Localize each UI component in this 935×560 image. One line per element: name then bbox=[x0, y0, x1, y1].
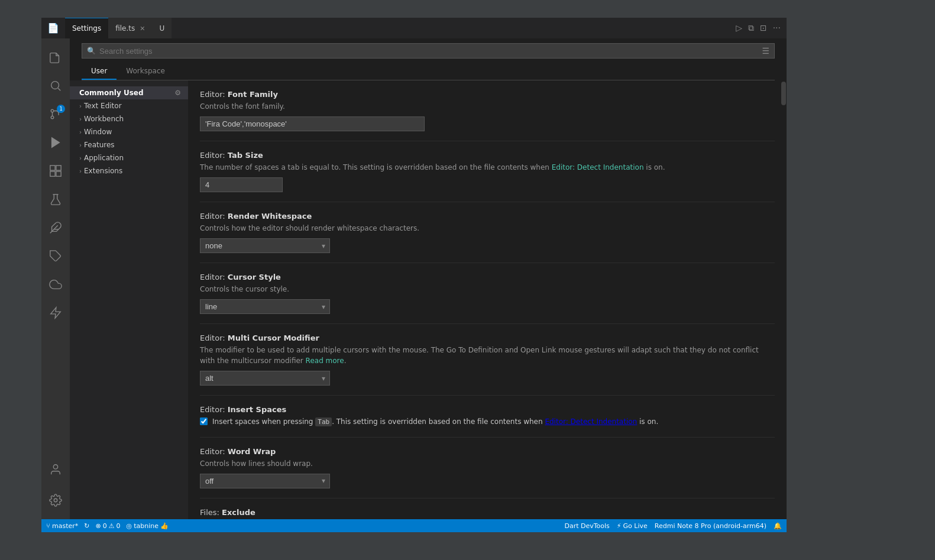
split-editor-icon[interactable]: ⧉ bbox=[748, 23, 754, 33]
font-family-desc: Controls the font family. bbox=[200, 101, 775, 112]
svg-point-16 bbox=[54, 499, 57, 502]
setting-insert-spaces: Editor: Insert Spaces Insert spaces when… bbox=[200, 396, 775, 438]
svg-marker-5 bbox=[52, 138, 60, 148]
detect-indentation-link-1[interactable]: Editor: Detect Indentation bbox=[552, 163, 644, 171]
sidebar-item-text-editor[interactable]: › Text Editor bbox=[70, 99, 188, 112]
device-text: Redmi Note 8 Pro (android-arm64) bbox=[655, 522, 766, 530]
settings-sidebar: Commonly Used ⚙ › Text Editor › Workbenc… bbox=[70, 80, 188, 519]
cursor-style-label: Editor: Cursor Style bbox=[200, 273, 775, 281]
cursor-style-select-wrapper: line block underline bbox=[200, 299, 330, 314]
search-activity-icon[interactable] bbox=[41, 72, 70, 100]
error-icon: ⊗ bbox=[96, 522, 101, 530]
tag-activity-icon[interactable] bbox=[41, 242, 70, 270]
status-bell[interactable]: 🔔 bbox=[774, 522, 782, 530]
font-family-input[interactable] bbox=[200, 116, 425, 131]
scrollbar-thumb[interactable] bbox=[781, 82, 786, 105]
thumbsup-icon: 👍 bbox=[160, 522, 169, 530]
files-exclude-label: Files: Exclude bbox=[200, 508, 775, 517]
word-wrap-select[interactable]: off on wordWrapColumn bounded bbox=[200, 474, 330, 488]
titlebar-actions: ▷ ⧉ ⊡ ··· bbox=[736, 23, 781, 33]
status-bar: ⑂ master* ↻ ⊗ 0 ⚠ 0 ◎ tabnine 👍 Dart Dev… bbox=[41, 519, 787, 532]
cursor-style-select[interactable]: line block underline bbox=[200, 299, 330, 314]
sidebar-item-window[interactable]: › Window bbox=[70, 125, 188, 138]
sidebar-item-commonly-used[interactable]: Commonly Used ⚙ bbox=[70, 86, 188, 99]
settings-header: 🔍 ☰ User Workspace bbox=[70, 38, 787, 80]
status-bar-right: Dart DevTools ⚡ Go Live Redmi Note 8 Pro… bbox=[564, 522, 782, 530]
status-go-live[interactable]: ⚡ Go Live bbox=[617, 522, 648, 530]
tab-u[interactable]: U bbox=[152, 18, 172, 38]
more-actions-icon[interactable]: ··· bbox=[773, 23, 781, 33]
search-bar-icon: 🔍 bbox=[87, 47, 96, 55]
files-activity-icon[interactable] bbox=[41, 43, 70, 72]
multi-cursor-desc: The modifier to be used to add multiple … bbox=[200, 345, 775, 366]
sidebar-item-workbench[interactable]: › Workbench bbox=[70, 112, 188, 125]
scrollbar-track[interactable] bbox=[781, 80, 787, 519]
run-debug-activity-icon[interactable] bbox=[41, 128, 70, 157]
render-whitespace-select-wrapper: none boundary selection trailing all bbox=[200, 238, 330, 253]
status-errors[interactable]: ⊗ 0 ⚠ 0 bbox=[96, 522, 121, 530]
svg-rect-6 bbox=[50, 166, 55, 170]
setting-multi-cursor: Editor: Multi Cursor Modifier The modifi… bbox=[200, 324, 775, 396]
lightning-activity-icon[interactable] bbox=[41, 299, 70, 327]
go-live-icon: ⚡ bbox=[617, 522, 622, 530]
cloud-activity-icon[interactable] bbox=[41, 270, 70, 299]
lab-activity-icon[interactable] bbox=[41, 185, 70, 213]
chevron-icon: › bbox=[79, 142, 82, 148]
svg-rect-9 bbox=[56, 171, 61, 176]
sidebar-item-extensions[interactable]: › Extensions bbox=[70, 164, 188, 177]
sync-icon: ↻ bbox=[84, 522, 89, 530]
search-input[interactable] bbox=[99, 47, 762, 56]
svg-point-0 bbox=[51, 82, 59, 89]
tab-size-label: Editor: Tab Size bbox=[200, 151, 775, 160]
run-icon[interactable]: ▷ bbox=[736, 23, 742, 33]
svg-line-1 bbox=[58, 88, 60, 90]
main-layout: 1 bbox=[41, 38, 787, 519]
files-exclude-desc: Configure glob patterns for excluding fi… bbox=[200, 519, 775, 520]
word-wrap-desc: Controls how lines should wrap. bbox=[200, 458, 775, 469]
titlebar: 📄 Settings file.ts ✕ U ▷ ⧉ ⊡ ··· bbox=[41, 18, 787, 38]
account-activity-icon[interactable] bbox=[41, 455, 70, 484]
tab-close-icon[interactable]: ✕ bbox=[140, 25, 145, 33]
status-git[interactable]: ⑂ master* bbox=[46, 522, 78, 530]
chevron-icon: › bbox=[79, 155, 82, 161]
source-control-activity-icon[interactable]: 1 bbox=[41, 100, 70, 128]
activity-bar: 1 bbox=[41, 38, 70, 519]
multi-cursor-select[interactable]: alt ctrlCmd bbox=[200, 371, 330, 386]
setting-word-wrap: Editor: Word Wrap Controls how lines sho… bbox=[200, 438, 775, 499]
layout-icon[interactable]: ⊡ bbox=[760, 23, 767, 33]
feather-activity-icon[interactable] bbox=[41, 213, 70, 242]
tab-size-input[interactable] bbox=[200, 177, 283, 192]
extensions-activity-icon[interactable] bbox=[41, 157, 70, 185]
git-branch-text: master* bbox=[52, 522, 78, 530]
setting-cursor-style: Editor: Cursor Style Controls the cursor… bbox=[200, 263, 775, 324]
tabnine-text: tabnine bbox=[134, 522, 158, 530]
insert-spaces-label: Editor: Insert Spaces bbox=[200, 405, 775, 414]
word-wrap-label: Editor: Word Wrap bbox=[200, 447, 775, 456]
render-whitespace-label: Editor: Render Whitespace bbox=[200, 212, 775, 221]
sidebar-gear-icon[interactable]: ⚙ bbox=[174, 89, 181, 97]
status-tabnine[interactable]: ◎ tabnine 👍 bbox=[127, 522, 169, 530]
svg-point-4 bbox=[51, 116, 54, 119]
render-whitespace-select[interactable]: none boundary selection trailing all bbox=[200, 238, 330, 253]
tab-file-ts[interactable]: file.ts ✕ bbox=[108, 18, 152, 38]
status-sync[interactable]: ↻ bbox=[84, 522, 89, 530]
tab-workspace[interactable]: Workspace bbox=[117, 63, 174, 80]
cursor-style-desc: Controls the cursor style. bbox=[200, 284, 775, 294]
manage-activity-icon[interactable] bbox=[41, 486, 70, 514]
tab-settings[interactable]: Settings bbox=[65, 18, 108, 38]
status-dart-devtools[interactable]: Dart DevTools bbox=[564, 522, 609, 530]
read-more-link[interactable]: Read more bbox=[306, 357, 344, 365]
search-bar[interactable]: 🔍 ☰ bbox=[82, 43, 775, 59]
sidebar-item-features[interactable]: › Features bbox=[70, 138, 188, 151]
content-area: 🔍 ☰ User Workspace Commonly Used ⚙ bbox=[70, 38, 787, 519]
warning-count: 0 bbox=[117, 522, 121, 530]
filter-icon[interactable]: ☰ bbox=[762, 46, 769, 56]
tab-user[interactable]: User bbox=[82, 63, 117, 80]
font-family-label: Editor: Editor: Font FamilyFont Family bbox=[200, 90, 775, 99]
status-device[interactable]: Redmi Note 8 Pro (android-arm64) bbox=[655, 522, 766, 530]
insert-spaces-checkbox[interactable] bbox=[200, 417, 208, 425]
detect-indentation-link-2[interactable]: Editor: Detect Indentation bbox=[545, 417, 637, 426]
tabnine-icon: ◎ bbox=[127, 522, 132, 530]
tab-size-desc: The number of spaces a tab is equal to. … bbox=[200, 162, 775, 173]
sidebar-item-application[interactable]: › Application bbox=[70, 151, 188, 164]
